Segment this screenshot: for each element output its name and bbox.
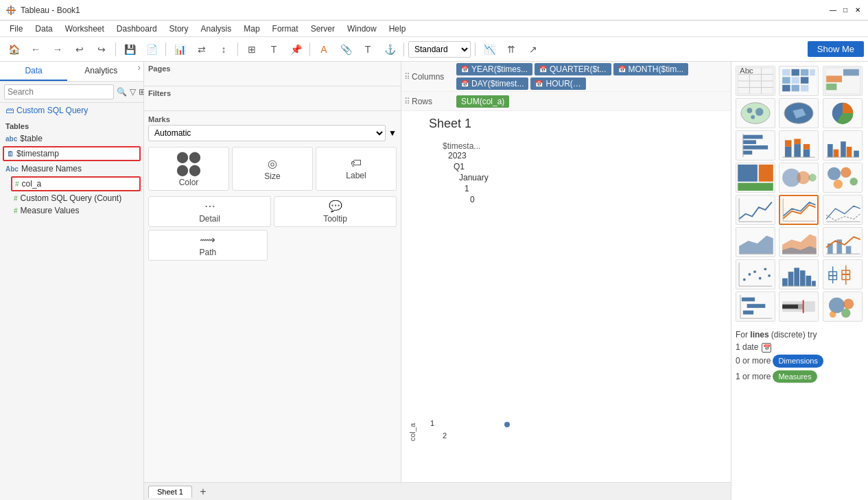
save-button[interactable]: 💾 bbox=[120, 40, 139, 58]
menu-server[interactable]: Server bbox=[305, 23, 340, 35]
menu-format[interactable]: Format bbox=[267, 23, 304, 35]
table-item-measure-names[interactable]: Abc Measure Names bbox=[0, 162, 143, 176]
marks-color-button[interactable]: ⬤⬤⬤⬤ Color bbox=[148, 147, 229, 191]
search-icon[interactable]: 🔍 bbox=[117, 85, 127, 99]
analytics-tab[interactable]: Analytics bbox=[67, 62, 134, 81]
anchor-button[interactable]: ⚓ bbox=[380, 40, 399, 58]
sep4 bbox=[309, 43, 310, 56]
label-button[interactable]: T bbox=[264, 40, 283, 58]
chart-pie[interactable] bbox=[823, 98, 863, 128]
menu-file[interactable]: File bbox=[4, 23, 28, 35]
menu-story[interactable]: Story bbox=[164, 23, 194, 35]
marks-size-button[interactable]: ◎ Size bbox=[232, 147, 313, 191]
chart-text-table[interactable]: Abc bbox=[736, 66, 775, 96]
column-pill-day[interactable]: 📅 DAY($timest... bbox=[456, 78, 528, 90]
swap-button[interactable]: ⇄ bbox=[192, 40, 211, 58]
share-button[interactable]: ⇈ bbox=[502, 40, 521, 58]
panel-close-icon[interactable]: › bbox=[134, 62, 143, 81]
pin-button[interactable]: 📌 bbox=[286, 40, 305, 58]
menu-window[interactable]: Window bbox=[342, 23, 382, 35]
chart-dual-line[interactable] bbox=[823, 195, 863, 225]
filter-icon[interactable]: ▽ bbox=[130, 85, 136, 99]
menu-dashboard[interactable]: Dashboard bbox=[111, 23, 163, 35]
menu-map[interactable]: Map bbox=[238, 23, 265, 35]
text-button[interactable]: T bbox=[358, 40, 377, 58]
marks-tooltip-button[interactable]: 💬 Tooltip bbox=[274, 196, 397, 227]
chart-packed-bubbles[interactable] bbox=[823, 163, 863, 193]
maximize-button[interactable]: □ bbox=[841, 5, 850, 15]
back-button[interactable]: ← bbox=[26, 40, 45, 58]
chart-filled-map[interactable] bbox=[779, 98, 819, 128]
group-button[interactable]: ⊞ bbox=[242, 40, 261, 58]
hash-icon3: # bbox=[14, 207, 18, 215]
redo-button[interactable]: ↪ bbox=[92, 40, 111, 58]
column-pill-month[interactable]: 📅 MONTH($tim... bbox=[613, 63, 689, 75]
table-name-measure-names: Measure Names bbox=[21, 164, 82, 174]
toolbar: 🏠 ← → ↩ ↪ 💾 📄 📊 ⇄ ↕ ⊞ T 📌 A 📎 T ⚓ Standa… bbox=[0, 37, 868, 62]
minimize-button[interactable]: — bbox=[828, 5, 838, 15]
field-item-custom-sql-count[interactable]: # Custom SQL Query (Count) bbox=[0, 192, 143, 204]
chart-area-discrete[interactable] bbox=[779, 227, 819, 257]
color-btn2[interactable]: A bbox=[314, 40, 333, 58]
show-me-button[interactable]: Show Me bbox=[808, 41, 864, 57]
bar-chart-button[interactable]: 📉 bbox=[480, 40, 499, 58]
close-button[interactable]: ✕ bbox=[853, 5, 863, 15]
chart-line-discrete[interactable] bbox=[779, 195, 819, 225]
marks-type-select[interactable]: Automatic Bar Line Area Circle Square Sh… bbox=[148, 125, 386, 141]
chart-highlight-table[interactable] bbox=[823, 66, 863, 96]
svg-rect-49 bbox=[759, 165, 773, 182]
chart-histogram[interactable] bbox=[779, 259, 819, 289]
chart-button[interactable]: 📊 bbox=[170, 40, 189, 58]
save-as-button[interactable]: 📄 bbox=[142, 40, 161, 58]
add-sheet-button[interactable]: + bbox=[193, 483, 213, 501]
marks-path-button[interactable]: ⟿ Path bbox=[148, 230, 268, 261]
field-item-measure-values[interactable]: # Measure Values bbox=[0, 204, 143, 217]
svg-rect-100 bbox=[782, 305, 798, 309]
abc-icon: abc bbox=[5, 135, 17, 143]
chart-treemap[interactable] bbox=[736, 163, 775, 193]
chart-line-continuous[interactable] bbox=[736, 195, 775, 225]
table-item-stable[interactable]: abc $table bbox=[0, 132, 143, 145]
search-input[interactable] bbox=[4, 84, 114, 99]
column-pill-year[interactable]: 📅 YEAR($times... bbox=[456, 63, 532, 75]
sheet-tab-1[interactable]: Sheet 1 bbox=[148, 486, 192, 498]
chart-symbols-map[interactable] bbox=[736, 98, 775, 128]
marks-label-button[interactable]: 🏷 Label bbox=[316, 147, 397, 191]
menu-help[interactable]: Help bbox=[384, 23, 412, 35]
chart-gantt[interactable] bbox=[736, 291, 775, 322]
home-button[interactable]: 🏠 bbox=[4, 40, 23, 58]
chart-dual-combo[interactable] bbox=[823, 227, 863, 257]
chart-circles[interactable] bbox=[779, 163, 819, 193]
row-pill-sum-col-a[interactable]: SUM(col_a) bbox=[456, 95, 509, 108]
standard-select[interactable]: Standard Fit Width Fit Height Entire Vie… bbox=[408, 41, 471, 58]
column-pill-quarter[interactable]: 📅 QUARTER($t... bbox=[535, 63, 611, 75]
svg-rect-45 bbox=[846, 147, 852, 157]
table-item-timestamp[interactable]: 🗓 $timestamp bbox=[3, 146, 141, 161]
marks-dropdown-icon[interactable]: ▼ bbox=[388, 128, 397, 138]
custom-sql-item[interactable]: 🗃 Custom SQL Query bbox=[0, 103, 143, 118]
chart-packed-bubbles2[interactable] bbox=[823, 291, 863, 322]
chart-stacked-bars[interactable] bbox=[779, 130, 819, 160]
column-pill-hour[interactable]: 📅 HOUR(… bbox=[530, 78, 585, 90]
chart-bullet[interactable] bbox=[779, 291, 819, 322]
marks-detail-row: ⋯ Detail 💬 Tooltip bbox=[148, 196, 397, 227]
left-shelf-panel: Pages Filters Marks Automatic Bar Line A… bbox=[144, 62, 401, 482]
title-bar-controls[interactable]: — □ ✕ bbox=[828, 5, 863, 15]
chart-area-continuous[interactable] bbox=[736, 227, 775, 257]
menu-analysis[interactable]: Analysis bbox=[196, 23, 237, 35]
chart-scatter[interactable] bbox=[736, 259, 775, 289]
field-item-col-a[interactable]: # col_a bbox=[11, 176, 141, 191]
sort-button[interactable]: ↕ bbox=[214, 40, 233, 58]
menu-data[interactable]: Data bbox=[30, 23, 58, 35]
social-button[interactable]: ↗ bbox=[524, 40, 543, 58]
data-tab[interactable]: Data bbox=[0, 62, 67, 81]
chart-heat-map[interactable] bbox=[779, 66, 819, 96]
chart-side-bars[interactable] bbox=[823, 130, 863, 160]
forward-button[interactable]: → bbox=[48, 40, 67, 58]
marks-detail-button[interactable]: ⋯ Detail bbox=[148, 196, 271, 227]
chart-h-bars[interactable] bbox=[736, 130, 775, 160]
undo-button[interactable]: ↩ bbox=[70, 40, 89, 58]
attachment-button[interactable]: 📎 bbox=[336, 40, 355, 58]
menu-worksheet[interactable]: Worksheet bbox=[60, 23, 110, 35]
chart-box-whisker[interactable] bbox=[823, 259, 863, 289]
